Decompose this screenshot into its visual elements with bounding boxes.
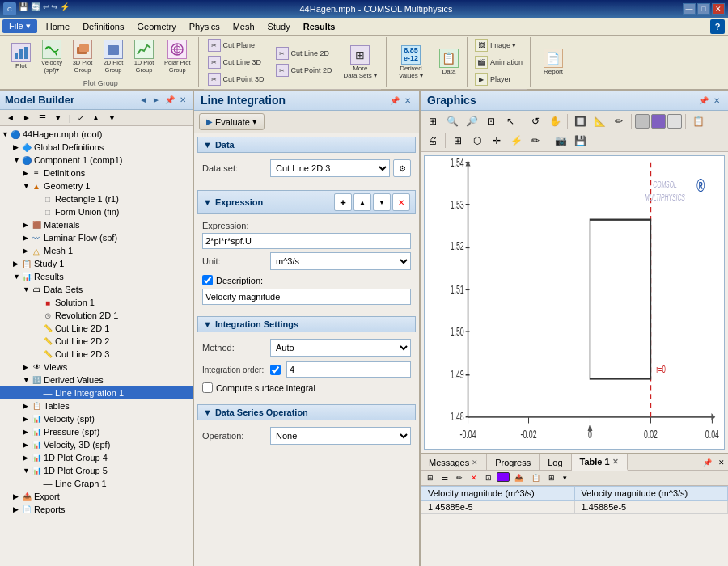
tree-node-formu[interactable]: □ Form Union (fin) [0, 205, 193, 218]
table-rows-btn[interactable]: ☰ [438, 472, 451, 484]
table-grid2-btn[interactable]: ⊞ [545, 472, 558, 484]
velocity-plot-btn[interactable]: ▾ Velocity(spf)▾ [37, 37, 66, 76]
wireframe-btn[interactable]: ⬡ [468, 132, 486, 150]
int-order-checkbox[interactable] [270, 365, 281, 375]
tree-node-definitions[interactable]: ▶ ≡ Definitions [0, 167, 193, 180]
color2-btn[interactable] [651, 114, 666, 129]
cut-point-2d-btn[interactable]: ✂ Cut Point 2D [272, 62, 336, 78]
maximize-btn[interactable]: □ [697, 3, 710, 15]
table-edit-btn[interactable]: ✏ [453, 472, 466, 484]
unit-select[interactable]: m^3/s m^2/s m/s [270, 252, 411, 270]
quick-access[interactable]: 💾 🔄 ↩ ↪ ⚡ [19, 2, 70, 15]
expression-add-btn[interactable]: + [334, 193, 352, 211]
snap-btn[interactable]: 🔲 [571, 112, 589, 130]
study-menu[interactable]: Study [261, 18, 297, 35]
tree-node-sol1[interactable]: ■ Solution 1 [0, 296, 193, 309]
data-series-header[interactable]: ▼ Data Series Operation [197, 404, 416, 420]
tree-node-global-def[interactable]: ▶ 🔷 Global Definitions [0, 141, 193, 154]
zoom-out-btn[interactable]: 🔎 [463, 112, 480, 130]
edit-scene-btn[interactable]: ✏ [527, 132, 544, 150]
graphics-close[interactable]: ✕ [712, 95, 722, 106]
geometry-menu[interactable]: Geometry [130, 18, 182, 35]
tree-node-study1[interactable]: ▶ 📋 Study 1 [0, 257, 193, 270]
table1-tab[interactable]: Table 1 ✕ [572, 454, 628, 471]
zoom-box-btn[interactable]: ⊡ [482, 112, 500, 130]
progress-tab[interactable]: Progress [487, 454, 540, 470]
tree-node-cutline2[interactable]: 📏 Cut Line 2D 2 [0, 335, 193, 348]
panel-pin[interactable]: 📌 [163, 95, 176, 105]
int-order-input[interactable] [286, 361, 411, 378]
tree-node-materials[interactable]: ▶ 🟫 Materials [0, 218, 193, 231]
cut-plane-btn[interactable]: ✂ Cut Plane [204, 37, 260, 53]
tree-node-up[interactable]: ▲ [89, 112, 104, 124]
rotate-btn[interactable]: ↺ [527, 112, 544, 130]
tree-expand-all[interactable]: ⤢ [74, 112, 87, 124]
tree-node-down[interactable]: ▼ [104, 112, 119, 124]
tree-node-pg4[interactable]: ▶ 📊 1D Plot Group 4 [0, 451, 193, 464]
pan-btn[interactable]: ✋ [546, 112, 564, 130]
tree-nav-fwd[interactable]: ► [19, 112, 34, 124]
graphics-pin[interactable]: 📌 [697, 95, 710, 106]
tree-node-reports[interactable]: ▶ 📄 Reports [0, 503, 193, 516]
probe-btn[interactable]: ⚡ [507, 132, 525, 150]
image-export-btn[interactable]: 🖼 Image ▾ [471, 37, 521, 53]
table-delete-btn[interactable]: ✕ [468, 472, 480, 484]
measure-btn[interactable]: 📐 [590, 112, 608, 130]
table-col-btn[interactable]: ⊡ [482, 472, 495, 484]
log-tab[interactable]: Log [540, 454, 571, 470]
tree-node-tables[interactable]: ▶ 📋 Tables [0, 399, 193, 412]
plot-btn[interactable]: Plot [6, 40, 36, 73]
compute-surface-checkbox[interactable] [202, 382, 213, 393]
zoom-extents-btn[interactable]: ⊞ [424, 112, 442, 130]
tree-node-cutline1[interactable]: 📏 Cut Line 2D 1 [0, 322, 193, 335]
select-btn[interactable]: ↖ [502, 112, 519, 130]
tree-node-root[interactable]: ▼ 🔵 44Hagen.mph (root) [0, 128, 193, 141]
description-checkbox[interactable] [202, 275, 213, 285]
integration-section-header[interactable]: ▼ Integration Settings [197, 316, 416, 332]
table-export-btn[interactable]: 📤 [511, 472, 527, 484]
operation-select[interactable]: None Sum Average Max Min [270, 427, 411, 445]
annotation-btn[interactable]: ✏ [610, 112, 628, 130]
tree-node-views[interactable]: ▶ 👁 Views [0, 361, 193, 374]
table-more-btn[interactable]: ▾ [560, 472, 570, 484]
tree-node-rev2d1[interactable]: ⊙ Revolution 2D 1 [0, 309, 193, 322]
tree-node-mesh1[interactable]: ▶ △ Mesh 1 [0, 244, 193, 257]
more-datasets-btn[interactable]: ⊞ MoreData Sets ▾ [340, 43, 381, 82]
2d-plot-group-btn[interactable]: 2D PlotGroup [99, 37, 128, 76]
bottom-pin-btn[interactable]: 📌 [700, 456, 713, 469]
panel-close[interactable]: ✕ [178, 95, 188, 105]
expression-del-btn[interactable]: ✕ [392, 193, 410, 211]
tree-node-pressure[interactable]: ▶ 📊 Pressure (spf) [0, 425, 193, 438]
file-menu-btn[interactable]: File ▾ [2, 19, 37, 33]
data-section-header[interactable]: ▼ Data [197, 137, 416, 153]
expression-dn-btn[interactable]: ▼ [373, 193, 391, 211]
table-color-btn[interactable] [497, 472, 510, 482]
zoom-in-btn[interactable]: 🔍 [443, 112, 461, 130]
print-btn[interactable]: 🖨 [424, 132, 442, 150]
description-input[interactable] [202, 289, 411, 305]
cut-point-3d-btn[interactable]: ✂ Cut Point 3D [204, 71, 269, 87]
home-menu[interactable]: Home [40, 18, 76, 35]
tree-node-rect1[interactable]: □ Rectangle 1 (r1) [0, 192, 193, 205]
help-btn[interactable]: ? [710, 19, 725, 34]
derived-values-btn[interactable]: 8.85 e-12 DerivedValues ▾ [390, 43, 432, 82]
middle-panel-close[interactable]: ✕ [403, 95, 413, 106]
animation-export-btn[interactable]: 🎬 Animation [471, 54, 527, 70]
messages-tab[interactable]: Messages ✕ [421, 454, 487, 470]
player-export-btn[interactable]: ▶ Player [471, 71, 515, 87]
physics-menu[interactable]: Physics [183, 18, 226, 35]
tree-node-export[interactable]: ▶ 📤 Export [0, 490, 193, 503]
dataset-select[interactable]: Cut Line 2D 3 Cut Line 2D 1 Cut Line 2D … [270, 159, 390, 177]
dataset-settings-btn[interactable]: ⚙ [393, 159, 411, 177]
copy-view-btn[interactable]: 📋 [689, 112, 707, 130]
1d-plot-group-btn[interactable]: 1D PlotGroup [129, 37, 159, 76]
minimize-btn[interactable]: — [683, 3, 696, 15]
evaluate-btn[interactable]: ▶ Evaluate ▾ [199, 113, 265, 130]
close-btn[interactable]: ✕ [712, 3, 725, 15]
tree-node-linegraph1[interactable]: — Line Graph 1 [0, 477, 193, 490]
tree-node-datasets[interactable]: ▼ 🗃 Data Sets [0, 283, 193, 296]
tree-node-lineint1[interactable]: — Line Integration 1 [0, 386, 193, 399]
mesh-view-btn[interactable]: ⊞ [449, 132, 467, 150]
cut-line-3d-btn[interactable]: ✂ Cut Line 3D [204, 54, 266, 70]
expression-section-header[interactable]: ▼ Expression + ▲ ▼ ✕ [197, 190, 416, 214]
